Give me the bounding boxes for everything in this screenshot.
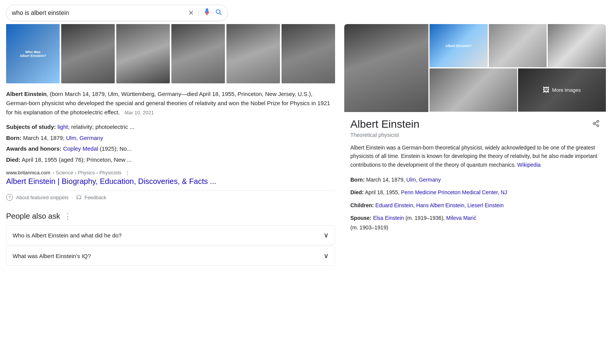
source-menu-icon[interactable]: ⋮ (125, 170, 130, 176)
image-overlay-icon: 🖼 (543, 86, 550, 94)
knowledge-panel: Albert Einstein? 🖼 (344, 24, 606, 242)
source-breadcrumb: › Science › Physics › Physicists (53, 170, 122, 176)
fact-born: Born: March 14, 1879; Ulm, Germany (6, 133, 335, 144)
kp-spouse-2-link[interactable]: Mileva Marić (446, 215, 477, 221)
kp-fact-children: Children: Eduard Einstein, Hans Albert E… (350, 201, 600, 210)
snippet-facts: Subjects of study: light; relativity; ph… (6, 122, 335, 165)
kp-child-3-link[interactable]: Lieserl Einstein (467, 202, 504, 208)
paa-title: People also ask (6, 212, 60, 221)
kp-name-row: Albert Einstein (350, 118, 600, 130)
result-link[interactable]: Albert Einstein | Biography, Education, … (6, 177, 335, 186)
kp-spouse-1-dates: (m. 1919–1936), (404, 215, 446, 221)
kp-fact-born: Born: March 14, 1879, Ulm, Germany (350, 175, 600, 185)
paa-item[interactable]: Who is Albert Einstein and what did he d… (6, 225, 335, 245)
svg-point-2 (593, 122, 595, 124)
born-date: March 14, 1879; (23, 135, 66, 141)
more-images-overlay[interactable]: 🖼 More images (518, 68, 606, 112)
kp-fact-spouse: Spouse: Elsa Einstein (m. 1919–1936), Mi… (350, 213, 600, 232)
kp-side-images: Albert Einstein? 🖼 (430, 24, 606, 112)
source-domain: www.britannica.com (6, 170, 50, 176)
about-snippets-link[interactable]: About featured snippets (16, 195, 68, 200)
svg-point-1 (597, 120, 599, 122)
image-strip-item[interactable] (171, 24, 225, 83)
mic-icon[interactable] (203, 8, 211, 18)
kp-born-value: March 14, 1879, (366, 177, 406, 183)
kp-side-image-3[interactable] (548, 24, 606, 67)
snippet-description: , (born March 14, 1879, Ulm, Württemberg… (6, 91, 330, 115)
kp-fact-died: Died: April 18, 1955, Penn Medicine Prin… (350, 188, 600, 197)
paa-menu-icon[interactable]: ⋮ (64, 211, 72, 221)
died-label: Died: (6, 156, 21, 163)
image-strip-item[interactable] (116, 24, 170, 83)
image-strip-item[interactable]: Who WasAlbert Einstein? (6, 24, 60, 83)
image-strip-item[interactable] (226, 24, 280, 83)
feedback-icon[interactable] (76, 194, 81, 200)
subjects-label: Subjects of study: (6, 123, 56, 130)
paa-header: People also ask ⋮ (6, 211, 335, 221)
snippet-bold-name: Albert Einstein (6, 91, 47, 97)
fact-awards: Awards and honors: Copley Medal (1925); … (6, 143, 335, 154)
chevron-down-icon: ∨ (324, 252, 329, 260)
feedback-link[interactable]: Feedback (85, 195, 106, 200)
kp-images: Albert Einstein? 🖼 (344, 24, 606, 112)
fact-subjects: Subjects of study: light; relativity; ph… (6, 122, 335, 133)
search-icons: ✕ | (188, 8, 222, 18)
wikipedia-link[interactable]: Wikipedia (518, 162, 541, 168)
died-value: April 18, 1955 (aged 76); Princeton, New… (22, 156, 132, 163)
kp-subtitle: Theoretical physicist (350, 132, 600, 138)
kp-spouse-1-link[interactable]: Elsa Einstein (373, 215, 404, 221)
left-column: Who WasAlbert Einstein? (6, 24, 335, 266)
kp-description: Albert Einstein was a German-born theore… (350, 143, 600, 169)
awards-label: Awards and honors: (6, 145, 62, 152)
paa-question-2: What was Albert Einstein's IQ? (13, 253, 91, 259)
kp-born-place-link[interactable]: Ulm, Germany (406, 177, 441, 183)
kp-side-image-2[interactable] (489, 24, 547, 67)
kp-side-image-1[interactable]: Albert Einstein? (430, 24, 488, 67)
paa-section: People also ask ⋮ Who is Albert Einstein… (6, 211, 335, 266)
kp-content: Albert Einstein Theoretical physicist Al (344, 112, 606, 242)
kp-born-label: Born: (350, 177, 365, 183)
search-submit-icon[interactable] (215, 8, 222, 18)
snippet-date: Mar 10, 2021 (125, 110, 154, 115)
source-line: www.britannica.com › Science › Physics ›… (6, 170, 335, 176)
fact-died: Died: April 18, 1955 (aged 76); Princeto… (6, 154, 335, 166)
right-column: Albert Einstein? 🖼 (344, 24, 606, 266)
kp-main-image[interactable] (344, 24, 428, 112)
kp-bottom-image-1[interactable] (430, 68, 517, 112)
image-strip-item[interactable] (282, 24, 335, 83)
kp-died-place-link[interactable]: Penn Medicine Princeton Medical Center, … (401, 189, 507, 195)
image-strip-item[interactable] (61, 24, 115, 83)
svg-line-4 (595, 124, 597, 125)
awards-link[interactable]: Copley Medal (63, 145, 98, 152)
subjects-rest: ; relativity; photoelectric ... (68, 123, 134, 130)
kp-side-top: Albert Einstein? (430, 24, 606, 67)
kp-child-1-link[interactable]: Eduard Einstein (375, 202, 413, 208)
image-strip: Who WasAlbert Einstein? (6, 24, 335, 83)
born-place-link[interactable]: Ulm, Germany (66, 135, 103, 141)
main-layout: Who WasAlbert Einstein? (0, 24, 612, 266)
featured-snippet: Albert Einstein, (born March 14, 1879, U… (6, 89, 335, 117)
paa-question-1: Who is Albert Einstein and what did he d… (13, 232, 122, 239)
clear-icon[interactable]: ✕ (188, 9, 194, 17)
kp-child-2-link[interactable]: Hans Albert Einstein (416, 202, 464, 208)
kp-side-bottom: 🖼 More images (430, 68, 606, 112)
paa-item[interactable]: What was Albert Einstein's IQ? ∨ (6, 246, 335, 266)
search-input[interactable] (12, 10, 188, 16)
kp-name: Albert Einstein (350, 118, 420, 130)
search-bar-wrapper: ✕ | (0, 0, 612, 24)
more-images-label: More images (552, 87, 581, 93)
help-icon[interactable]: ? (6, 194, 13, 201)
share-icon[interactable] (592, 120, 600, 129)
snippet-footer: ? About featured snippets · Feedback (6, 190, 335, 204)
chevron-down-icon: ∨ (324, 231, 329, 239)
kp-spouse-label: Spouse: (350, 215, 371, 221)
svg-point-3 (597, 125, 599, 127)
born-label: Born: (6, 135, 21, 141)
kp-died-value: April 18, 1955, (365, 189, 401, 195)
kp-children-label: Children: (350, 202, 374, 208)
subjects-link[interactable]: light (57, 123, 68, 130)
svg-line-5 (595, 122, 597, 123)
kp-facts: Born: March 14, 1879, Ulm, Germany Died:… (350, 175, 600, 232)
kp-spouse-2-dates: (m. 1903–1919) (350, 224, 388, 231)
kp-died-label: Died: (350, 189, 364, 195)
